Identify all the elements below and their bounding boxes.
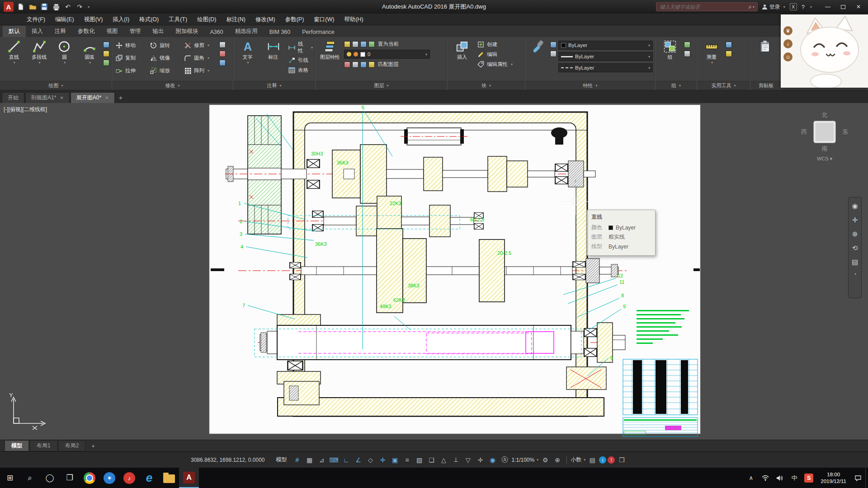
edit-attributes-button[interactable]: 编辑属性▾ [476, 61, 513, 68]
annotation-visibility-toggle[interactable]: ◉ [487, 455, 498, 465]
netease-music-icon[interactable]: ♪ [119, 468, 139, 488]
close-button[interactable]: ✕ [851, 0, 866, 14]
search-input[interactable] [659, 4, 749, 10]
ribbon-tab-manage[interactable]: 管理 [124, 26, 147, 37]
menu-format[interactable]: 格式(O) [134, 14, 164, 25]
isodraft-toggle[interactable]: ◇ [365, 455, 376, 465]
ribbon-tab-insert[interactable]: 插入 [26, 26, 49, 37]
taskbar-clock[interactable]: 18:00 2019/12/11 [816, 468, 851, 488]
webcam-button-2[interactable]: ♪ [783, 39, 793, 48]
explode-icon[interactable] [219, 51, 226, 57]
measure-button[interactable]: 测量▾ [699, 39, 724, 65]
signin-button[interactable]: 登录 ▾ [762, 3, 785, 11]
qat-dropdown-icon[interactable]: ▾ [88, 5, 90, 9]
close-tab-icon[interactable]: ✕ [60, 95, 63, 100]
ribbon-tab-bim360[interactable]: BIM 360 [264, 27, 297, 37]
menu-dimension[interactable]: 标注(N) [222, 14, 250, 25]
menu-parametric[interactable]: 参数(P) [280, 14, 309, 25]
menu-view[interactable]: 视图(V) [79, 14, 108, 25]
new-drawing-tab-button[interactable]: ＋ [116, 93, 126, 103]
id-point-icon[interactable] [726, 51, 732, 57]
line-button[interactable]: 直线▾ [2, 39, 26, 65]
properties-palette-icon[interactable] [550, 42, 557, 48]
orbit-icon[interactable]: ⟲ [852, 244, 858, 252]
table-button[interactable]: 表格 [287, 66, 313, 74]
menu-help[interactable]: 帮助(H) [339, 14, 368, 25]
offset-icon[interactable] [219, 60, 226, 66]
navbar-dropdown-icon[interactable]: ▾ [854, 272, 856, 276]
fullscreen-toggle[interactable]: ❒ [616, 455, 627, 465]
paste-button[interactable] [753, 39, 777, 53]
layer-freeze-icon[interactable] [352, 41, 359, 47]
hatch-icon[interactable] [103, 51, 109, 57]
quick-properties-toggle[interactable]: ▤ [587, 455, 598, 465]
panel-footer-annotate[interactable]: 注释▾ [233, 81, 315, 90]
redo-icon[interactable]: ↷ [75, 2, 84, 11]
units-button[interactable]: 小数 [571, 456, 581, 464]
chrome-icon[interactable] [80, 468, 99, 488]
show-desktop-button[interactable] [865, 468, 868, 488]
layer-lock-icon[interactable] [360, 41, 367, 47]
webcam-button-3[interactable]: ☺ [783, 52, 793, 61]
ribbon-tab-output[interactable]: 输出 [147, 26, 170, 37]
minimize-button[interactable]: — [820, 0, 835, 14]
leader-button[interactable]: 引线 [287, 56, 313, 64]
ortho-toggle[interactable]: ∟ [341, 455, 352, 465]
network-icon[interactable] [758, 468, 773, 488]
layer-on-icon[interactable] [344, 41, 350, 47]
wcs-dropdown[interactable]: WCS ▾ [817, 156, 832, 162]
panel-footer-draw[interactable]: 绘图▾ [0, 81, 112, 90]
menu-edit[interactable]: 编辑(E) [50, 14, 79, 25]
copy-button[interactable]: 复制 [114, 54, 149, 62]
hidden-icons-chevron[interactable]: ∧ [744, 468, 758, 488]
open-file-icon[interactable] [28, 2, 37, 11]
ribbon-tab-featured-apps[interactable]: 精选应用 [229, 26, 264, 37]
panel-footer-layers[interactable]: 图层▾ [316, 81, 447, 90]
file-tab-expanded-a0[interactable]: 展开图A0*✕ [71, 92, 115, 103]
rectangle-icon[interactable] [103, 42, 109, 48]
polar-tracking-toggle[interactable]: ∠ [353, 455, 364, 465]
model-space-canvas[interactable]: 1 2 3 4 5 7 36K3 30H3 22K3 60-2.5 20-2.5… [0, 103, 868, 440]
ime-language-indicator[interactable]: 中 [787, 468, 802, 488]
full-nav-wheel-icon[interactable]: ◉ [852, 202, 858, 210]
viewcube-east[interactable]: 东 [842, 128, 848, 136]
layout2-tab[interactable]: 布局2 [58, 440, 86, 451]
ribbon-tab-view[interactable]: 视图 [101, 26, 124, 37]
ribbon-tab-a360[interactable]: A360 [204, 27, 229, 37]
stretch-button[interactable]: 拉伸 [114, 67, 149, 75]
panel-footer-block[interactable]: 块▾ [448, 81, 525, 90]
new-file-icon[interactable] [16, 2, 25, 11]
match-properties-button[interactable] [528, 39, 548, 53]
selection-cycling-toggle[interactable]: ❏ [426, 455, 437, 465]
search-dropdown-icon[interactable]: ▾ [753, 5, 755, 9]
quick-calc-icon[interactable] [726, 42, 732, 48]
annotation-monitor-icon[interactable]: ⊕ [552, 455, 563, 465]
sogou-input-icon[interactable]: S [802, 468, 816, 488]
layer-walk-icon[interactable] [368, 61, 375, 68]
menu-file[interactable]: 文件(F) [22, 14, 50, 25]
ribbon-tab-parametric[interactable]: 参数化 [72, 26, 101, 37]
pinned-app-icon[interactable]: ✶ [99, 468, 119, 488]
infocenter-search[interactable]: ⌕ ▾ [656, 2, 758, 11]
new-layout-button[interactable]: ＋ [86, 442, 99, 450]
undo-icon[interactable]: ↶ [63, 2, 72, 11]
linear-dim-button[interactable]: 线性▾ [287, 41, 313, 54]
trim-button[interactable]: 修剪▾ [183, 42, 217, 49]
help-dropdown-icon[interactable]: ▾ [810, 5, 812, 9]
panel-footer-utilities[interactable]: 实用工具▾ [697, 81, 750, 90]
insert-block-button[interactable]: 插入 [450, 39, 474, 60]
list-icon[interactable] [550, 51, 557, 57]
units-dropdown-icon[interactable]: ▾ [584, 458, 585, 462]
volume-icon[interactable] [773, 468, 787, 488]
group-edit-icon[interactable] [684, 51, 690, 57]
edit-block-button[interactable]: 编辑 [476, 51, 513, 58]
viewport-controls[interactable]: [-][俯视][二维线框] [4, 106, 47, 113]
selection-filter-toggle[interactable]: ▽ [463, 455, 474, 465]
panel-footer-modify[interactable]: 修改▾ [112, 81, 233, 90]
file-explorer-icon[interactable] [159, 468, 179, 488]
viewcube-west[interactable]: 西 [801, 128, 807, 136]
circle-button[interactable]: 圆▾ [53, 39, 76, 65]
maximize-button[interactable] [835, 0, 851, 14]
lineweight-toggle[interactable]: ≡ [402, 455, 413, 465]
exchange-apps-icon[interactable]: X [790, 3, 797, 10]
